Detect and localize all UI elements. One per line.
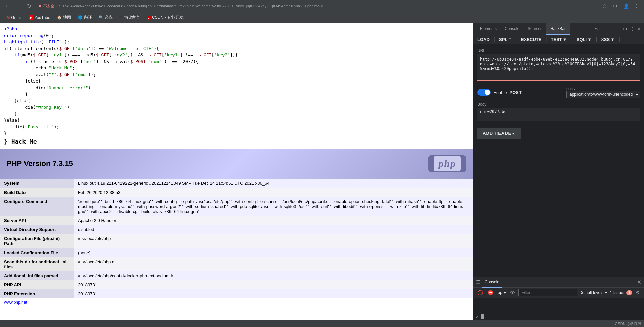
profile-button[interactable]: 👤 [621, 1, 631, 11]
console-cursor[interactable] [481, 314, 484, 319]
bing-icon: 🔍 [99, 15, 103, 20]
code-php-tag: <?php [4, 25, 469, 32]
hackbar-sqli-dropdown[interactable]: SQLI ▼ [575, 36, 593, 43]
console-top-selector[interactable]: top ▼ [497, 290, 507, 295]
console-filter-input[interactable] [518, 289, 577, 296]
browser-chrome: ← → ↻ ■ 不安全 6b31c404-eadf-4bbe-89eb-e12c… [0, 0, 644, 23]
code-eval: eval("#".$_GET['cmd']); [4, 71, 469, 78]
bookmark-bing[interactable]: 🔍 必应 [96, 14, 115, 21]
code-else3: }else{ [4, 117, 469, 124]
table-row-label: Virtual Directory Support [0, 225, 74, 234]
mail-icon: ✉ [119, 15, 122, 20]
bookmark-gmail[interactable]: M Gmail [4, 15, 24, 21]
hackbar-xss-dropdown[interactable]: XSS ▼ [600, 36, 616, 43]
bookmark-translate[interactable]: 🌐 翻译 [75, 14, 95, 21]
devtools-overflow-icon[interactable]: ⋮ [630, 26, 635, 32]
hackbar-load-button[interactable]: LOAD [476, 36, 491, 43]
phpinfo-table: SystemLinux out 4.19.221-0419221-generic… [0, 179, 473, 298]
forward-button[interactable]: → [13, 1, 23, 11]
devtools-more-tabs[interactable]: » [595, 26, 598, 32]
phpnet-footer: www.php.net [0, 298, 473, 306]
table-row-value: 20180731 [74, 280, 473, 289]
console-no-icon[interactable]: ⛔ [486, 289, 495, 296]
code-die-number: die("Number error!"); [4, 85, 469, 91]
table-row: Configuration File (php.ini) Path/usr/lo… [0, 234, 473, 248]
devtools-close-icon[interactable]: ✕ [637, 26, 641, 32]
code-highlight-file: highlight_file(__FILE__); [4, 39, 469, 45]
console-topbar: ☰ Console ✕ [473, 277, 644, 288]
address-bar[interactable]: ■ 不安全 6b31c404-eadf-4bbe-89eb-e12cec4ea6… [35, 1, 598, 11]
hackbar-toolbar: LOAD | SPLIT | EXECUTE | TEST ▼ | SQLI ▼… [473, 35, 644, 44]
tab-elements[interactable]: Elements [476, 23, 501, 35]
bing-label: 必应 [105, 15, 113, 20]
enctype-select[interactable]: application/x-www-form-urlencoded [566, 91, 640, 98]
table-row: PHP API20180731 [0, 280, 473, 289]
hackbar-body-input[interactable]: num=2077abc [477, 108, 640, 121]
bookmarks-bar: M Gmail ▶ YouTube 🏠 地图 🌐 翻译 🔍 必应 ✉ 为你留言 … [0, 12, 644, 23]
console-tab[interactable]: Console [482, 277, 502, 288]
code-die-pass: die("Pass it!"); [4, 124, 469, 130]
status-bar: CSDN @牧哦淡 [0, 320, 644, 327]
console-close-icon[interactable]: ✕ [637, 279, 641, 285]
url-label: URL [477, 48, 640, 53]
tab-hackbar[interactable]: HackBar [546, 23, 570, 35]
table-row-value: Feb 26 2020 12:38:53 [74, 188, 473, 197]
code-die-wrong: die("Wrong Key!"); [4, 104, 469, 111]
translate-label: 翻译 [84, 15, 92, 20]
tab-console[interactable]: Console [501, 23, 524, 35]
code-close2: } [4, 111, 469, 117]
console-toolbar: 🚫 ⛔ top ▼ 👁 Default levels ▼ 1 Issue: 1 … [473, 288, 644, 298]
post-enable-row: Enable POST enctype application/x-www-fo… [477, 87, 640, 98]
extensions-button[interactable]: ⚙ [610, 1, 620, 11]
table-row: Scan this dir for additional .ini files/… [0, 257, 473, 271]
maps-icon: 🏠 [57, 15, 62, 20]
devtools-settings-icon[interactable]: ⚙ [623, 26, 627, 32]
add-header-button[interactable]: ADD HEADER [477, 128, 521, 139]
phpinfo-header: PHP Version 7.3.15 php [0, 149, 473, 179]
bookmark-youtube[interactable]: ▶ YouTube [26, 15, 53, 21]
devtools-panel: Elements Console Sources HackBar » ⚙ ⋮ ✕… [473, 23, 644, 320]
maps-label: 地图 [63, 15, 71, 20]
reload-button[interactable]: ↻ [24, 1, 34, 11]
console-content: > [473, 298, 644, 320]
hackbar-execute-button[interactable]: EXECUTE [519, 36, 543, 43]
table-row-value: Linux out 4.19.221-0419221-generic #2021… [74, 179, 473, 188]
console-eye-button[interactable]: 👁 [509, 289, 516, 296]
status-text: CSDN @牧哦淡 [615, 321, 641, 326]
menu-button[interactable]: ⋮ [632, 1, 641, 11]
code-section: <?php error_reporting(0); highlight_file… [0, 23, 473, 149]
code-echo-hackme: echo "Hack Me"; [4, 65, 469, 71]
csdn-icon: C [147, 16, 151, 20]
bookmark-mail[interactable]: ✉ 为你留言 [117, 14, 143, 21]
enable-post-toggle[interactable] [477, 89, 491, 96]
table-row-value: /usr/local/etc/php.d [74, 257, 473, 271]
table-row-label: Loaded Configuration File [0, 248, 74, 257]
tab-sources[interactable]: Sources [524, 23, 546, 35]
console-prompt: > [476, 314, 478, 319]
enctype-label: enctype [566, 87, 640, 91]
console-drag-handle[interactable]: ☰ [476, 279, 481, 285]
code-error-reporting: error_reporting(0); [4, 32, 469, 39]
hackbar-split-button[interactable]: SPLIT [498, 36, 513, 43]
console-default-levels[interactable]: Default levels ▼ [579, 290, 608, 295]
enctype-container: enctype application/x-www-form-urlencode… [566, 87, 640, 98]
back-button[interactable]: ← [3, 1, 12, 11]
console-settings-icon[interactable]: ⚙ [634, 289, 641, 296]
bookmark-maps[interactable]: 🏠 地图 [54, 14, 74, 21]
body-label: Body [477, 102, 640, 107]
bookmark-star-button[interactable]: ☆ [600, 1, 609, 11]
hackbar-url-input[interactable]: http://6b31c404-eadf-4bbe-89eb-e12cec4ea… [477, 54, 640, 81]
phpnet-link[interactable]: www.php.net [4, 300, 27, 305]
table-row: Configure Command'./configure' '--build=… [0, 197, 473, 216]
security-warning: 不安全 [43, 4, 54, 9]
code-close1: } [4, 91, 469, 98]
table-row: Loaded Configuration File(none) [0, 248, 473, 257]
gmail-icon: M [7, 16, 10, 20]
console-clear-button[interactable]: 🚫 [476, 289, 484, 296]
table-row: SystemLinux out 4.19.221-0419221-generic… [0, 179, 473, 188]
code-if-numeric: if(!is_numeric($_POST['num']) && intval(… [4, 58, 469, 65]
hackbar-test-dropdown[interactable]: TEST ▼ [550, 36, 568, 43]
table-row-value: /usr/local/etc/php [74, 234, 473, 248]
page-content: <?php error_reporting(0); highlight_file… [0, 23, 473, 320]
bookmark-csdn[interactable]: C CSDN - 专业开发... [144, 14, 189, 21]
